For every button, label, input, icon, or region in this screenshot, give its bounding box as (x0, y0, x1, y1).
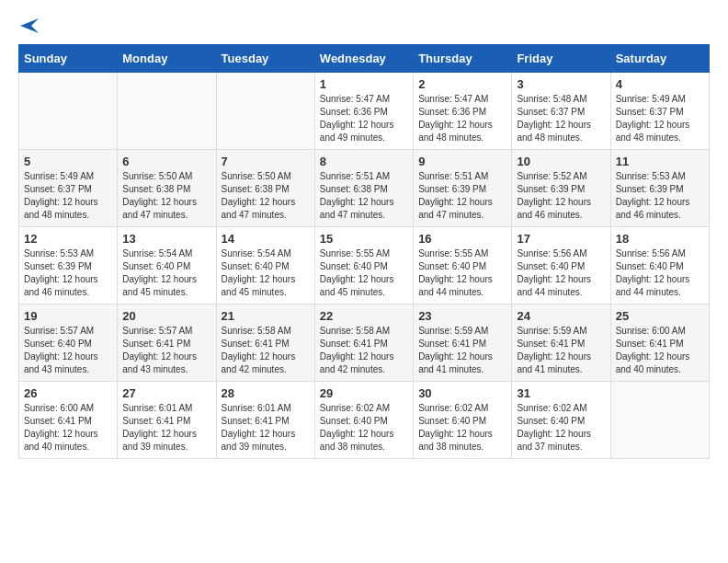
calendar-day-header: Monday (118, 45, 216, 73)
day-number: 1 (320, 77, 408, 91)
calendar-week-row: 26Sunrise: 6:00 AMSunset: 6:41 PMDayligh… (19, 382, 710, 459)
calendar-cell: 20Sunrise: 5:57 AMSunset: 6:41 PMDayligh… (118, 304, 216, 382)
day-number: 11 (616, 155, 704, 168)
calendar-cell: 29Sunrise: 6:02 AMSunset: 6:40 PMDayligh… (314, 382, 413, 459)
calendar-week-row: 19Sunrise: 5:57 AMSunset: 6:40 PMDayligh… (19, 304, 710, 382)
calendar-cell: 23Sunrise: 5:59 AMSunset: 6:41 PMDayligh… (414, 304, 512, 382)
calendar-cell: 24Sunrise: 5:59 AMSunset: 6:41 PMDayligh… (512, 304, 610, 382)
calendar-cell: 11Sunrise: 5:53 AMSunset: 6:39 PMDayligh… (610, 150, 709, 227)
day-number: 24 (517, 309, 605, 323)
day-info: Sunrise: 5:50 AMSunset: 6:38 PMDaylight:… (222, 170, 310, 222)
calendar-header-row: SundayMondayTuesdayWednesdayThursdayFrid… (19, 45, 710, 73)
day-info: Sunrise: 5:49 AMSunset: 6:37 PMDaylight:… (616, 93, 704, 144)
day-number: 18 (616, 232, 704, 246)
day-number: 17 (517, 232, 605, 246)
day-number: 27 (122, 386, 210, 400)
calendar-cell: 4Sunrise: 5:49 AMSunset: 6:37 PMDaylight… (610, 73, 709, 150)
calendar-cell: 31Sunrise: 6:02 AMSunset: 6:40 PMDayligh… (512, 382, 610, 459)
calendar-week-row: 1Sunrise: 5:47 AMSunset: 6:36 PMDaylight… (19, 73, 710, 150)
day-info: Sunrise: 5:54 AMSunset: 6:40 PMDaylight:… (122, 247, 210, 299)
calendar-cell (19, 73, 118, 150)
calendar-table: SundayMondayTuesdayWednesdayThursdayFrid… (18, 44, 710, 459)
calendar-cell: 26Sunrise: 6:00 AMSunset: 6:41 PMDayligh… (19, 382, 118, 459)
day-info: Sunrise: 5:48 AMSunset: 6:37 PMDaylight:… (517, 93, 605, 144)
day-number: 9 (418, 155, 506, 168)
calendar-cell (216, 73, 314, 150)
day-info: Sunrise: 5:49 AMSunset: 6:37 PMDaylight:… (24, 170, 112, 222)
day-info: Sunrise: 6:00 AMSunset: 6:41 PMDaylight:… (24, 402, 112, 454)
day-number: 21 (222, 309, 310, 323)
calendar-week-row: 5Sunrise: 5:49 AMSunset: 6:37 PMDaylight… (19, 150, 710, 227)
calendar-cell: 22Sunrise: 5:58 AMSunset: 6:41 PMDayligh… (314, 304, 413, 382)
day-number: 30 (418, 386, 506, 400)
day-info: Sunrise: 5:47 AMSunset: 6:36 PMDaylight:… (418, 93, 506, 144)
day-info: Sunrise: 5:53 AMSunset: 6:39 PMDaylight:… (24, 247, 112, 299)
calendar-cell: 10Sunrise: 5:52 AMSunset: 6:39 PMDayligh… (512, 150, 610, 227)
day-number: 3 (517, 77, 605, 91)
day-number: 6 (122, 155, 210, 168)
day-info: Sunrise: 5:59 AMSunset: 6:41 PMDaylight:… (517, 325, 605, 376)
day-info: Sunrise: 5:57 AMSunset: 6:40 PMDaylight:… (24, 325, 112, 376)
day-info: Sunrise: 6:01 AMSunset: 6:41 PMDaylight:… (122, 402, 210, 454)
calendar-cell: 27Sunrise: 6:01 AMSunset: 6:41 PMDayligh… (118, 382, 216, 459)
day-info: Sunrise: 6:02 AMSunset: 6:40 PMDaylight:… (320, 402, 408, 454)
calendar-cell: 13Sunrise: 5:54 AMSunset: 6:40 PMDayligh… (118, 227, 216, 304)
calendar-cell (610, 382, 709, 459)
calendar-cell: 12Sunrise: 5:53 AMSunset: 6:39 PMDayligh… (19, 227, 118, 304)
calendar-cell: 8Sunrise: 5:51 AMSunset: 6:38 PMDaylight… (314, 150, 413, 227)
day-number: 2 (418, 77, 506, 91)
day-info: Sunrise: 6:00 AMSunset: 6:41 PMDaylight:… (616, 325, 704, 376)
day-info: Sunrise: 5:58 AMSunset: 6:41 PMDaylight:… (222, 325, 310, 376)
day-info: Sunrise: 5:52 AMSunset: 6:39 PMDaylight:… (517, 170, 605, 222)
calendar-cell: 1Sunrise: 5:47 AMSunset: 6:36 PMDaylight… (314, 73, 413, 150)
day-number: 10 (517, 155, 605, 168)
day-info: Sunrise: 5:54 AMSunset: 6:40 PMDaylight:… (222, 247, 310, 299)
calendar-week-row: 12Sunrise: 5:53 AMSunset: 6:39 PMDayligh… (19, 227, 710, 304)
day-number: 25 (616, 309, 704, 323)
day-info: Sunrise: 5:51 AMSunset: 6:38 PMDaylight:… (320, 170, 408, 222)
calendar-day-header: Wednesday (314, 45, 413, 73)
day-info: Sunrise: 5:58 AMSunset: 6:41 PMDaylight:… (320, 325, 408, 376)
calendar-cell: 16Sunrise: 5:55 AMSunset: 6:40 PMDayligh… (414, 227, 512, 304)
day-number: 20 (122, 309, 210, 323)
day-info: Sunrise: 5:47 AMSunset: 6:36 PMDaylight:… (320, 93, 408, 144)
day-number: 7 (222, 155, 310, 168)
calendar-cell: 2Sunrise: 5:47 AMSunset: 6:36 PMDaylight… (414, 73, 512, 150)
day-number: 5 (24, 155, 112, 168)
day-info: Sunrise: 5:57 AMSunset: 6:41 PMDaylight:… (122, 325, 210, 376)
day-info: Sunrise: 5:59 AMSunset: 6:41 PMDaylight:… (418, 325, 506, 376)
day-info: Sunrise: 6:01 AMSunset: 6:41 PMDaylight:… (222, 402, 310, 454)
day-number: 29 (320, 386, 408, 400)
day-number: 26 (24, 386, 112, 400)
logo-bird-icon (20, 18, 39, 33)
calendar-day-header: Friday (512, 45, 610, 73)
day-number: 13 (122, 232, 210, 246)
day-info: Sunrise: 5:51 AMSunset: 6:39 PMDaylight:… (418, 170, 506, 222)
calendar-cell (118, 73, 216, 150)
calendar-cell: 25Sunrise: 6:00 AMSunset: 6:41 PMDayligh… (610, 304, 709, 382)
calendar-day-header: Thursday (414, 45, 512, 73)
day-info: Sunrise: 6:02 AMSunset: 6:40 PMDaylight:… (418, 402, 506, 454)
svg-marker-0 (20, 18, 39, 33)
day-number: 22 (320, 309, 408, 323)
calendar-cell: 30Sunrise: 6:02 AMSunset: 6:40 PMDayligh… (414, 382, 512, 459)
calendar-cell: 18Sunrise: 5:56 AMSunset: 6:40 PMDayligh… (610, 227, 709, 304)
calendar-day-header: Sunday (19, 45, 118, 73)
day-number: 31 (517, 386, 605, 400)
logo (18, 18, 40, 29)
calendar-cell: 28Sunrise: 6:01 AMSunset: 6:41 PMDayligh… (216, 382, 314, 459)
calendar-cell: 9Sunrise: 5:51 AMSunset: 6:39 PMDaylight… (414, 150, 512, 227)
day-number: 23 (418, 309, 506, 323)
calendar-cell: 7Sunrise: 5:50 AMSunset: 6:38 PMDaylight… (216, 150, 314, 227)
day-number: 16 (418, 232, 506, 246)
calendar-cell: 19Sunrise: 5:57 AMSunset: 6:40 PMDayligh… (19, 304, 118, 382)
day-number: 4 (616, 77, 704, 91)
day-number: 28 (222, 386, 310, 400)
day-number: 8 (320, 155, 408, 168)
calendar-cell: 5Sunrise: 5:49 AMSunset: 6:37 PMDaylight… (19, 150, 118, 227)
calendar-day-header: Saturday (610, 45, 709, 73)
day-info: Sunrise: 5:56 AMSunset: 6:40 PMDaylight:… (517, 247, 605, 299)
day-number: 12 (24, 232, 112, 246)
day-info: Sunrise: 5:55 AMSunset: 6:40 PMDaylight:… (320, 247, 408, 299)
calendar-cell: 14Sunrise: 5:54 AMSunset: 6:40 PMDayligh… (216, 227, 314, 304)
